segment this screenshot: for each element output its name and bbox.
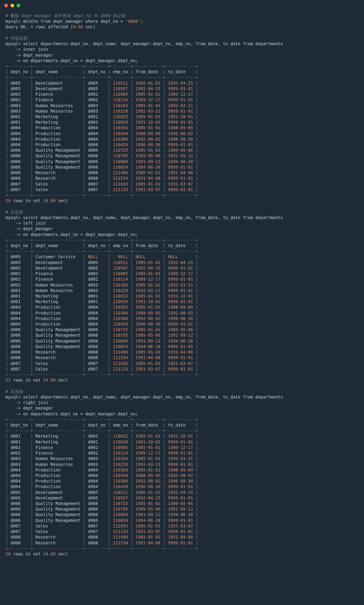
- row-count: 20 rows in set (0.00 sec): [6, 198, 68, 203]
- mysql-prompt: mysql>: [6, 19, 21, 24]
- mysql-prompt: mysql>: [6, 215, 21, 220]
- window-titlebar: [0, 0, 364, 10]
- row-count: 21 rows in set (0.00 sec): [6, 378, 68, 383]
- sql-comment: # 删除 dept_manager 表中所有 dept_no 为 d009 的记…: [6, 13, 126, 18]
- terminal-window: # 删除 dept_manager 表中所有 dept_no 为 d009 的记…: [0, 0, 364, 605]
- query-result: Query OK,: [6, 24, 30, 29]
- mysql-prompt: mysql>: [6, 41, 21, 46]
- zoom-icon[interactable]: [17, 4, 20, 7]
- sql-comment: # 等值连接: [6, 36, 28, 41]
- mysql-prompt: mysql>: [6, 395, 21, 399]
- terminal-output[interactable]: # 删除 dept_manager 表中所有 dept_no 为 d009 的记…: [0, 10, 364, 563]
- row-count: 20 rows in set (0.00 sec): [6, 551, 68, 556]
- close-icon[interactable]: [4, 4, 8, 7]
- sql-comment: # 左连接: [6, 210, 23, 214]
- sql-comment: # 右连接: [6, 389, 23, 394]
- minimize-icon[interactable]: [10, 4, 14, 7]
